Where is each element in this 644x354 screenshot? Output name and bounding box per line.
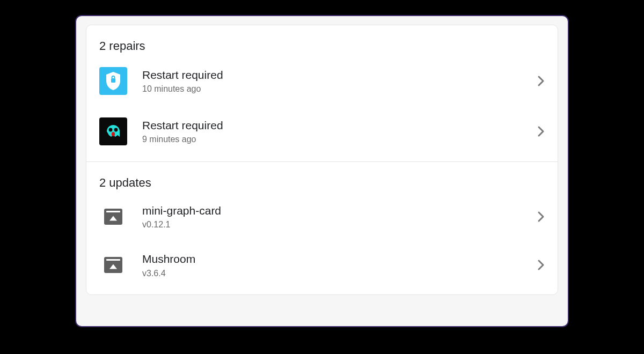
repair-row-text: Restart required 10 minutes ago bbox=[142, 68, 531, 94]
update-row[interactable]: mini-graph-card v0.12.1 bbox=[86, 195, 558, 244]
update-package-icon bbox=[104, 257, 122, 273]
chevron-right-icon bbox=[537, 259, 545, 271]
updates-section: 2 updates mini-graph-card v0.12.1 bbox=[86, 161, 558, 294]
updates-heading: 2 updates bbox=[86, 167, 558, 195]
update-package-icon bbox=[104, 209, 122, 225]
chevron-right-icon bbox=[537, 211, 545, 223]
chevron-right-icon bbox=[537, 126, 545, 137]
repair-row-subtitle: 9 minutes ago bbox=[142, 135, 531, 144]
update-row-text: Mushroom v3.6.4 bbox=[142, 252, 531, 278]
ghost-icon bbox=[99, 117, 127, 145]
svg-point-2 bbox=[114, 128, 118, 132]
notifications-card: 2 repairs Restart required 10 minutes ag… bbox=[86, 25, 558, 295]
update-row-title: mini-graph-card bbox=[142, 204, 531, 218]
repair-row-text: Restart required 9 minutes ago bbox=[142, 119, 531, 144]
update-row-subtitle: v3.6.4 bbox=[142, 269, 531, 278]
svg-point-1 bbox=[109, 128, 113, 132]
settings-panel: 2 repairs Restart required 10 minutes ag… bbox=[75, 15, 569, 327]
repair-row-subtitle: 10 minutes ago bbox=[142, 84, 531, 94]
repair-row-title: Restart required bbox=[142, 119, 531, 132]
update-row-title: Mushroom bbox=[142, 252, 531, 266]
svg-point-3 bbox=[112, 132, 115, 136]
chevron-right-icon bbox=[537, 75, 545, 87]
repairs-heading: 2 repairs bbox=[86, 31, 558, 58]
repairs-section: 2 repairs Restart required 10 minutes ag… bbox=[86, 25, 558, 161]
update-row[interactable]: Mushroom v3.6.4 bbox=[86, 244, 558, 292]
repair-row-title: Restart required bbox=[142, 68, 531, 82]
repair-row[interactable]: Restart required 10 minutes ago bbox=[86, 58, 558, 109]
repair-row[interactable]: Restart required 9 minutes ago bbox=[86, 109, 558, 159]
update-row-text: mini-graph-card v0.12.1 bbox=[142, 204, 531, 230]
shield-lock-icon bbox=[99, 67, 127, 95]
update-row-subtitle: v0.12.1 bbox=[142, 220, 531, 230]
svg-rect-0 bbox=[111, 78, 115, 83]
